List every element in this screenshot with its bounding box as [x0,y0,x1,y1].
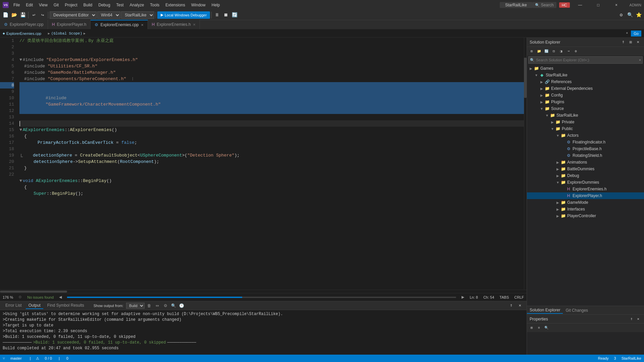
tree-plugins[interactable]: ▶ 📁 Plugins [527,99,644,105]
minimize-button[interactable]: — [573,0,588,10]
panel-float-btn[interactable]: ⇑ [507,302,515,310]
menu-window[interactable]: Window [189,2,208,8]
expand-references[interactable]: ▶ [539,79,544,84]
expand-config[interactable]: ▶ [539,93,544,98]
prop-float-btn[interactable]: ⇑ [629,316,635,322]
expand-public[interactable]: ▼ [550,126,555,131]
tree-interfaces[interactable]: ▶ 📁 Interfaces [527,206,644,213]
horizontal-scrollbar[interactable] [0,290,527,293]
expand-gm[interactable]: ▶ [555,200,560,205]
prop-tb-2[interactable]: ≡ [536,324,542,331]
tree-player-controller[interactable]: ▶ 📁 PlayerController [527,213,644,219]
menu-help[interactable]: Help [209,2,223,8]
menu-project[interactable]: Project [62,2,80,8]
breadcrumb-expand[interactable]: + [624,31,630,36]
se-search-clear[interactable]: ✕ [639,58,641,62]
se-btn-1[interactable]: ⇑ [620,39,627,46]
toolbar-save[interactable]: 💾 [19,11,27,19]
expand-anim[interactable]: ▶ [555,160,560,165]
tree-rotating-shield[interactable]: ⚙ RotatingShield.h [527,152,644,159]
expand-bd[interactable]: ▶ [555,166,560,172]
tree-actors[interactable]: ▼ 📁 Actors [527,132,644,139]
collapse-icon-19[interactable]: ▼ [19,178,22,184]
tree-starraillike-inner[interactable]: ▼ 📁 StarRailLike [527,112,644,119]
expand-ed[interactable]: ▼ [555,180,560,185]
tree-config[interactable]: ▶ 📁 Config [527,92,644,99]
play-button[interactable]: ▶ Local Windows Debugger [157,11,210,19]
tree-external-deps[interactable]: ▶ 📁 External Dependencies [527,85,644,92]
menu-tools[interactable]: Tools [147,2,162,8]
platform-dropdown[interactable]: Win64 [97,11,120,19]
output-content[interactable]: >Using 'git status' to determine working… [0,310,527,355]
toolbar-undo[interactable]: ↩ [30,11,38,19]
se-tb-5[interactable]: ◨ [558,48,565,55]
tree-explorer-player-h[interactable]: H ExplorerPlayer.h [527,192,644,199]
expand-ext[interactable]: ▶ [539,86,544,91]
go-button[interactable]: Go [631,31,641,37]
toolbar-misc-3[interactable]: ⭐ [635,11,643,19]
code-editor[interactable]: // 类星铁半回合制游戏教学案例，By 永昼之庭 ▼ #include "Exp… [17,38,524,290]
menu-view[interactable]: View [36,2,50,8]
menu-extensions[interactable]: Extensions [163,2,188,8]
collapse-icon-4[interactable]: ▼ [19,57,22,63]
config-dropdown[interactable]: Development Editor [50,11,97,19]
toolbar-stop[interactable]: ⏹ [222,11,230,19]
expand-source[interactable]: ▼ [539,106,544,111]
output-tab-errors[interactable]: Error List [3,302,24,309]
expand-int[interactable]: ▶ [555,206,560,212]
output-wrap-btn[interactable]: ⇔ [154,302,161,309]
se-tb-2[interactable]: 📁 [536,48,542,55]
tree-games-root[interactable]: ▶ 📁 Games [527,65,644,72]
tree-source[interactable]: ▼ 📁 Source [527,105,644,112]
tab-close-icon[interactable]: ✕ [141,23,144,27]
status-arrow-right[interactable]: ▶ [462,295,464,299]
tree-gamemode[interactable]: ▶ 📁 GameMode [527,199,644,206]
expand-pc[interactable]: ▶ [555,213,560,219]
prop-tb-1[interactable]: ⊞ [528,324,535,331]
prop-tb-3[interactable]: 🔍 [543,324,550,331]
menu-git[interactable]: Git [51,2,61,8]
toolbar-misc-1[interactable]: ⚙ [617,11,625,19]
toolbar-break[interactable]: ⏸ [213,11,221,19]
code-container[interactable]: 1 2 3 4 5 6 7 8 9 10 11 12 13 14 15 16 1… [0,38,527,290]
output-clear-btn[interactable]: 🗑 [146,302,153,309]
expand-debug[interactable]: ▶ [555,173,560,178]
tree-battle-dummies[interactable]: ▶ 📁 BattleDummies [527,166,644,172]
status-arrow-left[interactable]: ◀ [59,295,62,299]
se-tab-explorer[interactable]: Solution Explorer [527,307,563,314]
tree-projectile-base[interactable]: ⚙ ProjectileBase.h [527,145,644,152]
scroll-indicator[interactable] [524,38,527,290]
se-close-btn[interactable]: ✕ [635,39,641,46]
expand-srl-inner[interactable]: ▼ [544,113,550,118]
se-tb-6[interactable]: ⊸ [565,48,572,55]
toolbar-misc-2[interactable]: 🔍 [626,11,634,19]
output-tab-find[interactable]: Find Symbol Results [45,302,87,309]
se-tb-1[interactable]: ⊞ [528,48,535,55]
se-tb-7[interactable]: ⚙ [573,48,579,55]
panel-close-btn[interactable]: ✕ [516,302,524,310]
toolbar-redo[interactable]: ↪ [39,11,47,19]
expand-games[interactable]: ▶ [528,66,534,71]
se-tab-git[interactable]: Git Changes [563,307,591,313]
menu-edit[interactable]: Edit [23,2,36,8]
tree-private[interactable]: ▶ 📁 Private [527,119,644,125]
expand-private[interactable]: ▶ [550,119,555,125]
tab-close-icon[interactable]: ✕ [193,23,196,26]
toolbar-new[interactable]: 📄 [1,11,9,19]
se-tb-3[interactable]: 🔄 [543,48,550,55]
tree-floating-indicator[interactable]: ⚙ FloatingIndicator.h [527,139,644,145]
menu-analyze[interactable]: Analyze [127,2,147,8]
tree-animations[interactable]: ▶ 📁 Animations [527,159,644,166]
toolbar-restart[interactable]: 🔄 [230,11,238,19]
menu-build[interactable]: Build [81,2,95,8]
tree-references[interactable]: ▶ 🔗 References [527,78,644,85]
h-scroll-thumb[interactable] [0,291,67,293]
tree-debug[interactable]: ▶ 📁 Debug [527,172,644,179]
menu-debug[interactable]: Debug [96,2,113,8]
output-find-btn[interactable]: 🔍 [170,302,177,309]
se-search-input[interactable] [536,58,638,62]
output-settings-btn[interactable]: ⚙ [162,302,169,309]
tree-starraillike[interactable]: ▼ ◆ StarRailLike [527,72,644,78]
expand-plugins[interactable]: ▶ [539,99,544,105]
tab-exploreplayer-h[interactable]: H ExplorerPlayer.h [48,20,91,29]
